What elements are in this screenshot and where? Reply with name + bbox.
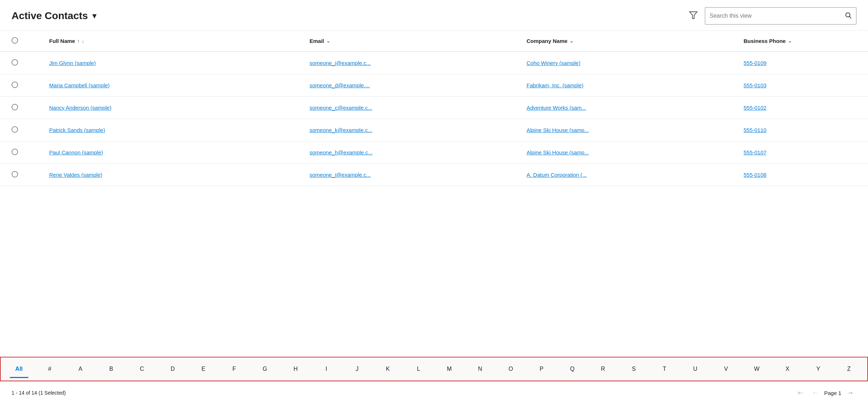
row-name-2[interactable]: Nancy Anderson (sample) [43, 97, 304, 119]
alpha-b[interactable]: B [96, 360, 127, 378]
contact-company-link-3[interactable]: Alpine Ski House (samp... [527, 127, 589, 133]
alpha-e[interactable]: E [188, 360, 219, 378]
row-checkbox-2[interactable] [0, 97, 43, 119]
alpha-y[interactable]: Y [803, 360, 833, 378]
alpha-a[interactable]: A [65, 360, 96, 378]
alpha-c[interactable]: C [127, 360, 157, 378]
contact-email-link-5[interactable]: someone_i@example.c... [310, 172, 371, 178]
row-company-2[interactable]: Adventure Works (sam... [521, 97, 738, 119]
select-all-checkbox[interactable] [12, 37, 18, 44]
row-checkbox-3[interactable] [0, 119, 43, 141]
contact-email-link-0[interactable]: someone_j@example.c... [310, 60, 371, 66]
contact-email-link-1[interactable]: someone_d@example.... [310, 82, 370, 88]
row-company-0[interactable]: Coho Winery (sample) [521, 52, 738, 74]
contact-name-link-1[interactable]: Maria Campbell (sample) [49, 82, 110, 88]
contact-phone-link-0[interactable]: 555-0109 [743, 60, 766, 66]
alpha-r[interactable]: R [588, 360, 618, 378]
row-name-4[interactable]: Paul Cannon (sample) [43, 141, 304, 164]
contact-phone-link-2[interactable]: 555-0102 [743, 105, 766, 111]
row-checkbox-4[interactable] [0, 141, 43, 164]
filter-icon[interactable] [686, 8, 701, 24]
sort-down-icon[interactable]: ↓ [82, 38, 84, 44]
alpha-d[interactable]: D [157, 360, 188, 378]
alpha-all[interactable]: All [4, 360, 34, 378]
alpha-k[interactable]: K [372, 360, 403, 378]
contact-company-link-2[interactable]: Adventure Works (sam... [527, 105, 586, 111]
alpha-j[interactable]: J [342, 360, 372, 378]
phone-sort-icon[interactable]: ⌄ [788, 38, 792, 44]
row-email-5[interactable]: someone_i@example.c... [304, 164, 521, 186]
search-input[interactable] [710, 13, 845, 19]
next-page-button[interactable]: → [844, 388, 856, 398]
row-phone-4[interactable]: 555-0107 [738, 141, 868, 164]
contact-phone-link-5[interactable]: 555-0108 [743, 172, 766, 178]
row-phone-0[interactable]: 555-0109 [738, 52, 868, 74]
alpha-f[interactable]: F [219, 360, 249, 378]
contact-company-link-0[interactable]: Coho Winery (sample) [527, 60, 580, 66]
first-page-button[interactable]: ⇤ [795, 387, 806, 398]
contact-name-link-0[interactable]: Jim Glynn (sample) [49, 60, 96, 66]
row-checkbox-0[interactable] [0, 52, 43, 74]
contact-email-link-2[interactable]: someone_c@example.c... [310, 105, 372, 111]
row-email-4[interactable]: someone_h@example.c... [304, 141, 521, 164]
email-sort-icon[interactable]: ⌄ [326, 38, 330, 44]
sort-up-icon[interactable]: ↑ [77, 38, 80, 44]
contact-email-link-3[interactable]: someone_k@example.c... [310, 127, 372, 133]
alpha-n[interactable]: N [465, 360, 496, 378]
row-company-1[interactable]: Fabrikam, Inc. (sample) [521, 74, 738, 97]
row-checkbox-1[interactable] [0, 74, 43, 97]
prev-page-button[interactable]: ← [809, 388, 821, 398]
contact-company-link-5[interactable]: A. Datum Corporation (... [527, 172, 587, 178]
th-business-phone[interactable]: Business Phone ⌄ [738, 31, 868, 52]
alpha-w[interactable]: W [741, 360, 772, 378]
row-company-3[interactable]: Alpine Ski House (samp... [521, 119, 738, 141]
row-name-3[interactable]: Patrick Sands (sample) [43, 119, 304, 141]
row-select-4[interactable] [12, 149, 18, 155]
row-email-2[interactable]: someone_c@example.c... [304, 97, 521, 119]
alpha-o[interactable]: O [496, 360, 526, 378]
th-email[interactable]: Email ⌄ [304, 31, 521, 52]
row-company-5[interactable]: A. Datum Corporation (... [521, 164, 738, 186]
row-select-2[interactable] [12, 104, 18, 110]
alpha-v[interactable]: V [711, 360, 741, 378]
contact-company-link-4[interactable]: Alpine Ski House (samp... [527, 149, 589, 155]
alpha-t[interactable]: T [649, 360, 680, 378]
th-full-name[interactable]: Full Name ↑ ↓ [43, 31, 304, 52]
contact-phone-link-4[interactable]: 555-0107 [743, 149, 766, 155]
search-icon[interactable] [845, 12, 852, 21]
row-select-0[interactable] [12, 59, 18, 66]
alpha-i[interactable]: I [311, 360, 342, 378]
alpha-s[interactable]: S [618, 360, 649, 378]
row-phone-2[interactable]: 555-0102 [738, 97, 868, 119]
contact-name-link-2[interactable]: Nancy Anderson (sample) [49, 105, 112, 111]
row-select-1[interactable] [12, 82, 18, 88]
alpha-g[interactable]: G [249, 360, 280, 378]
contact-phone-link-3[interactable]: 555-0110 [743, 127, 766, 133]
alpha-#[interactable]: # [34, 360, 65, 378]
row-name-0[interactable]: Jim Glynn (sample) [43, 52, 304, 74]
row-name-5[interactable]: Rene Valdes (sample) [43, 164, 304, 186]
alpha-l[interactable]: L [403, 360, 434, 378]
alpha-m[interactable]: M [434, 360, 464, 378]
alpha-z[interactable]: Z [834, 360, 864, 378]
row-select-5[interactable] [12, 171, 18, 177]
row-email-1[interactable]: someone_d@example.... [304, 74, 521, 97]
contact-email-link-4[interactable]: someone_h@example.c... [310, 149, 373, 155]
row-email-3[interactable]: someone_k@example.c... [304, 119, 521, 141]
row-phone-3[interactable]: 555-0110 [738, 119, 868, 141]
alpha-q[interactable]: Q [557, 360, 588, 378]
contact-name-link-3[interactable]: Patrick Sands (sample) [49, 127, 105, 133]
contact-company-link-1[interactable]: Fabrikam, Inc. (sample) [527, 82, 584, 88]
alpha-p[interactable]: P [526, 360, 557, 378]
th-company-name[interactable]: Company Name ⌄ [521, 31, 738, 52]
row-select-3[interactable] [12, 126, 18, 133]
row-phone-5[interactable]: 555-0108 [738, 164, 868, 186]
alpha-u[interactable]: U [680, 360, 711, 378]
row-phone-1[interactable]: 555-0103 [738, 74, 868, 97]
contact-phone-link-1[interactable]: 555-0103 [743, 82, 766, 88]
title-dropdown-icon[interactable]: ▼ [91, 12, 98, 20]
alpha-h[interactable]: H [280, 360, 311, 378]
alpha-x[interactable]: X [772, 360, 803, 378]
row-checkbox-5[interactable] [0, 164, 43, 186]
row-company-4[interactable]: Alpine Ski House (samp... [521, 141, 738, 164]
